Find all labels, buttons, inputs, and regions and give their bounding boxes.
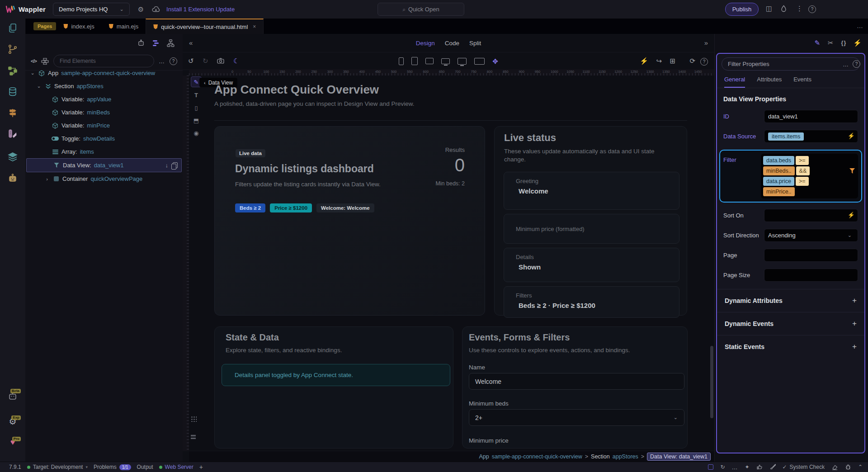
tab-events[interactable]: Events [793, 76, 811, 88]
assistant-panel-icon[interactable] [7, 173, 18, 184]
tree-item-array-items[interactable]: Array: items [25, 145, 183, 158]
duplicate-icon[interactable] [173, 162, 178, 168]
panel-help-icon[interactable]: ? [853, 60, 860, 68]
collapse-right-icon[interactable]: » [704, 39, 708, 47]
design-mode-button[interactable]: Design [416, 40, 435, 47]
open-in-browser-icon[interactable]: ↪ [656, 57, 662, 64]
status-more-icon[interactable]: … [731, 464, 738, 471]
layers-panel-icon[interactable] [7, 151, 18, 162]
panel-options-icon[interactable]: … [843, 61, 849, 68]
hero-card[interactable]: Live data Dynamic listings dashboard Fil… [214, 126, 485, 316]
dynamic-events-section[interactable]: Dynamic Events + [717, 312, 864, 335]
dynamic-binding-bolt-icon[interactable]: ⚡ [848, 212, 855, 218]
tab-quick-overview-active[interactable]: quick-overview--tour-manual.html × [146, 19, 264, 34]
name-input[interactable]: Welcome [469, 373, 684, 390]
text-tool-icon[interactable]: T [191, 90, 201, 100]
laptop-device-icon[interactable] [441, 58, 450, 64]
design-panel-icon[interactable] [7, 128, 18, 139]
page-canvas[interactable]: ✎ T ▯ ⬒ ◉ ‹ Data View App Connect Quick … [189, 76, 714, 451]
panel-title-pill[interactable]: Filter Properties [722, 57, 860, 71]
tree-item-variable-appvalue[interactable]: Variable: appValue [25, 93, 183, 106]
web-server-button[interactable]: Web Server [159, 464, 193, 470]
sparkles-icon[interactable]: ✦ [745, 464, 749, 470]
tablet-landscape-icon[interactable] [425, 58, 434, 64]
tree-item-variable-minprice[interactable]: Variable: minPrice [25, 119, 183, 132]
events-forms-card[interactable]: Events, Forms & Filters Use these contro… [462, 326, 688, 448]
eraser-icon[interactable] [831, 464, 838, 470]
canvas-help-icon[interactable]: ? [700, 58, 708, 66]
brush-icon[interactable] [769, 464, 776, 470]
page-input[interactable] [764, 249, 858, 262]
add-dynamic-event-icon[interactable]: + [852, 319, 857, 328]
tree-item-section[interactable]: ⌄ Section appStores [25, 80, 183, 93]
breadcrumb-section-name[interactable]: appStores [613, 453, 638, 460]
sort-direction-select[interactable]: Ascending ⌄ [764, 229, 858, 242]
code-mode-button[interactable]: Code [445, 40, 459, 47]
cloud-download-icon[interactable] [152, 6, 160, 13]
panel-help-icon[interactable]: ? [170, 57, 177, 65]
outline-list-icon[interactable] [191, 435, 196, 439]
data-source-token[interactable]: items.items [768, 132, 804, 141]
bug-report-icon[interactable] [845, 464, 851, 470]
breadcrumb-app-name[interactable]: sample-app-connect-quick-overview [492, 453, 582, 460]
problems-button[interactable]: Problems 1/1 [94, 464, 131, 470]
stop-icon[interactable] [708, 464, 713, 470]
scissors-icon[interactable]: ✂ [828, 39, 834, 47]
experiments-gear-icon[interactable]: ⚙ Exp [7, 416, 18, 427]
grid-toggle-icon[interactable] [191, 416, 197, 422]
tree-item-app[interactable]: ⌄ App sample-app-connect-quick-overview [25, 66, 183, 80]
tab-overflow-icon[interactable]: … [857, 22, 863, 29]
style-tool-icon[interactable]: ⬒ [191, 115, 201, 125]
panel-more-icon[interactable]: … [159, 58, 165, 65]
pages-panel-icon[interactable] [7, 23, 18, 33]
find-elements-input[interactable]: Find Elements [53, 55, 154, 67]
static-events-section[interactable]: Static Events + [717, 335, 864, 358]
css-styles-icon[interactable]: { } [841, 40, 846, 46]
visibility-eye-icon[interactable]: ◉ [191, 128, 201, 138]
reload-icon[interactable]: ↻ [720, 464, 725, 470]
project-selector[interactable]: Demo Projects HQ ⌄ [53, 3, 130, 16]
collapse-statusbar-icon[interactable]: ⌃ [858, 464, 863, 470]
components-blocks-icon[interactable] [41, 58, 49, 65]
state-data-card[interactable]: State & Data Explore state, filters, and… [214, 326, 453, 448]
tv-device-icon[interactable] [474, 58, 485, 65]
tablet-portrait-icon[interactable] [411, 57, 418, 65]
extension-update-link[interactable]: Install 1 Extension Update [166, 6, 235, 13]
breadcrumb-current-element[interactable]: Data View: data_view1 [647, 453, 711, 461]
tree-item-container[interactable]: › Container quickOverviewPage [25, 172, 183, 185]
filter-token-op[interactable]: >= [796, 177, 809, 186]
app-structure-view-icon[interactable] [152, 39, 160, 47]
live-status-card[interactable]: Live status These values update automati… [494, 126, 687, 316]
filter-token-field[interactable]: data.price [763, 177, 794, 186]
add-dynamic-attribute-icon[interactable]: + [852, 296, 857, 305]
dynamic-binding-bolt-icon[interactable]: ⚡ [848, 132, 855, 139]
sort-on-input[interactable] [764, 209, 858, 222]
filter-token-field[interactable]: data.beds [763, 156, 794, 165]
output-button[interactable]: Output [137, 464, 153, 470]
code-view-icon[interactable]: </> [31, 58, 37, 64]
refresh-icon[interactable]: ⟳ [689, 57, 695, 64]
filter-token-value[interactable]: minPrice.. [763, 187, 795, 196]
pro-heart-icon[interactable]: ♥ Pro [7, 438, 18, 448]
expander-collapsed-icon[interactable]: › [44, 176, 50, 182]
git-panel-icon[interactable] [7, 44, 18, 55]
ai-assistant-icon[interactable]: Beta [7, 391, 18, 401]
actions-bolt-icon[interactable]: ⚡ [853, 39, 862, 47]
device-tool-icon[interactable]: ▯ [191, 103, 201, 113]
system-check-button[interactable]: ✓ System Check [783, 464, 825, 470]
phone-device-icon[interactable] [399, 57, 404, 65]
canvas-scrollbar[interactable] [710, 346, 713, 418]
layout-panels-icon[interactable]: ◫ [766, 5, 772, 12]
thumbs-up-icon[interactable] [756, 464, 763, 470]
publish-button[interactable]: Publish [725, 3, 759, 16]
tab-main-ejs[interactable]: main.ejs [102, 19, 146, 34]
quick-open-button[interactable]: ⌕ Quick Open [377, 3, 464, 16]
tree-item-variable-minbeds[interactable]: Variable: minBeds [25, 106, 183, 119]
pages-badge[interactable]: Pages [33, 22, 56, 30]
filter-funnel-icon[interactable] [849, 168, 855, 174]
move-down-icon[interactable]: ↓ [165, 162, 169, 169]
site-structure-panel-icon[interactable] [7, 66, 18, 76]
app-connect-bolt-icon[interactable]: ⚡ [640, 57, 648, 64]
data-source-input[interactable]: items.items [764, 130, 858, 143]
breadcrumb-app-type[interactable]: App [479, 453, 489, 460]
